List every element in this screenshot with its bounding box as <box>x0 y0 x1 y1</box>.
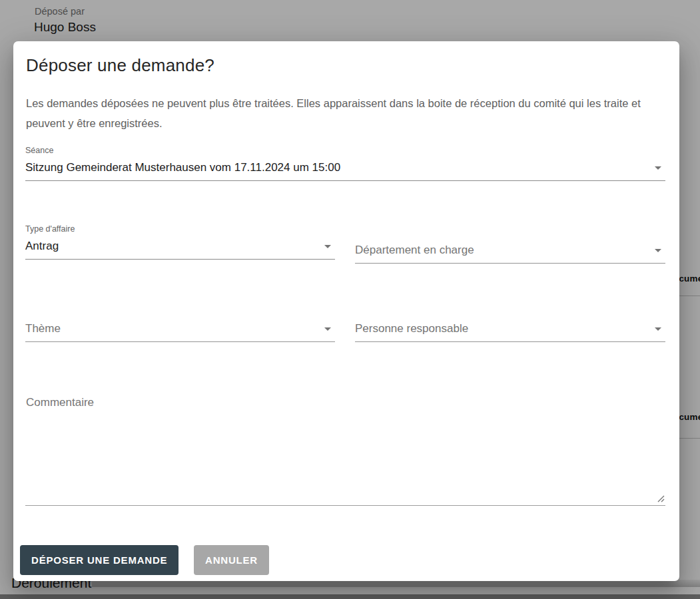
departement-field: Département en charge <box>355 238 665 264</box>
chevron-down-icon <box>655 166 661 170</box>
theme-select[interactable]: Thème <box>25 321 335 342</box>
personne-responsable-placeholder: Personne responsable <box>355 322 468 335</box>
chevron-down-icon <box>655 327 661 331</box>
type-affaire-value: Antrag <box>25 240 59 252</box>
dialog-description: Les demandes déposées ne peuvent plus êt… <box>26 93 659 133</box>
seance-select[interactable]: Sitzung Gemeinderat Musterhausen vom 17.… <box>25 160 665 181</box>
seance-value: Sitzung Gemeinderat Musterhausen vom 17.… <box>25 161 340 174</box>
seance-label: Séance <box>25 146 665 156</box>
cancel-button[interactable]: ANNULER <box>194 545 269 575</box>
resize-handle-icon[interactable] <box>656 494 665 502</box>
chevron-down-icon <box>324 245 331 248</box>
dialog-title: Déposer une demande? <box>26 55 214 76</box>
theme-field: Thème <box>25 317 335 342</box>
departement-placeholder: Département en charge <box>355 244 474 256</box>
theme-placeholder: Thème <box>25 322 61 335</box>
departement-select[interactable]: Département en charge <box>355 242 665 264</box>
chevron-down-icon <box>655 249 661 252</box>
chevron-down-icon <box>324 327 331 331</box>
seance-field: Séance Sitzung Gemeinderat Musterhausen … <box>25 146 665 181</box>
type-affaire-label: Type d'affaire <box>25 224 335 234</box>
submit-request-button[interactable]: DÉPOSER UNE DEMANDE <box>20 545 178 575</box>
personne-responsable-field: Personne responsable <box>355 317 665 342</box>
personne-responsable-select[interactable]: Personne responsable <box>355 321 665 342</box>
type-affaire-select[interactable]: Antrag <box>25 238 335 260</box>
commentaire-textarea[interactable] <box>25 395 665 505</box>
type-affaire-field: Type d'affaire Antrag <box>25 224 335 260</box>
submit-request-dialog: Déposer une demande? Les demandes déposé… <box>13 41 679 581</box>
commentaire-field <box>25 395 665 506</box>
